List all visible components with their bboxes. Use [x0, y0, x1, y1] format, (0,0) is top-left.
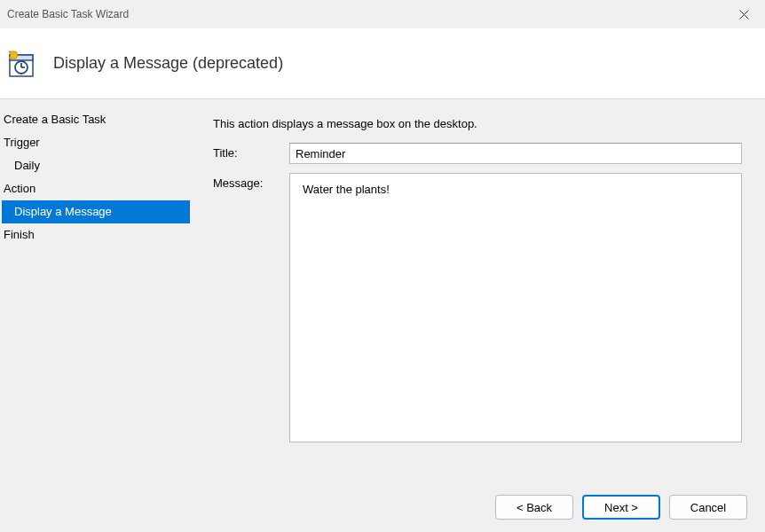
titlebar: Create Basic Task Wizard — [0, 0, 765, 28]
wizard-body: Create a Basic Task Trigger Daily Action… — [0, 99, 765, 488]
back-button[interactable]: < Back — [495, 495, 573, 520]
description-text: This action displays a message box on th… — [213, 117, 742, 130]
wizard-sidebar: Create a Basic Task Trigger Daily Action… — [0, 99, 213, 488]
button-row: < Back Next > Cancel — [495, 495, 747, 520]
message-textarea[interactable] — [289, 173, 742, 442]
sidebar-item-daily[interactable]: Daily — [0, 154, 213, 177]
close-button[interactable] — [726, 2, 761, 27]
close-icon — [739, 10, 749, 20]
message-label: Message: — [213, 173, 289, 190]
sidebar-item-display-message[interactable]: Display a Message — [2, 200, 190, 223]
sidebar-item-action[interactable]: Action — [0, 177, 213, 200]
sidebar-item-finish[interactable]: Finish — [0, 223, 213, 246]
message-row: Message: — [213, 173, 742, 442]
next-button[interactable]: Next > — [582, 495, 660, 520]
wizard-header: Display a Message (deprecated) — [0, 28, 765, 99]
window-title: Create Basic Task Wizard — [7, 8, 129, 20]
clock-task-icon — [7, 50, 35, 78]
sidebar-item-create[interactable]: Create a Basic Task — [0, 108, 213, 131]
title-label: Title: — [213, 143, 289, 160]
page-title: Display a Message (deprecated) — [53, 54, 283, 73]
main-panel: This action displays a message box on th… — [213, 99, 765, 488]
title-row: Title: — [213, 143, 742, 164]
sidebar-item-trigger[interactable]: Trigger — [0, 131, 213, 154]
title-input[interactable] — [289, 143, 742, 164]
cancel-button[interactable]: Cancel — [669, 495, 747, 520]
